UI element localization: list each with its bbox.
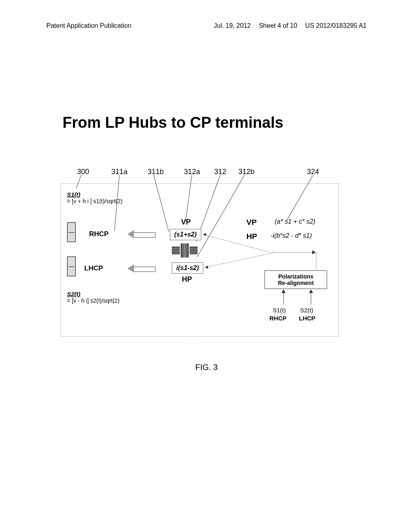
hp-label: HP [182, 275, 192, 284]
bottom-rhcp: RHCP [269, 315, 287, 322]
bottom-s2: S2(t) [300, 307, 313, 314]
ref-311b: 311b [148, 168, 164, 176]
arrow-tip-icon [203, 233, 206, 236]
s1-label: S1(t) [67, 191, 123, 198]
page-header: Patent Application Publication Jul. 19, … [0, 0, 413, 29]
vp-label: VP [181, 218, 191, 227]
realign-line1: Polarizations [267, 273, 324, 280]
terminal-icon-1 [67, 222, 76, 242]
dotted-line [273, 252, 313, 253]
sum-box-1: (s1+s2) [170, 229, 201, 240]
bottom-lhcp: LHCP [299, 315, 315, 322]
rhcp-label: RHCP [89, 230, 108, 238]
arrow-tip-icon [312, 250, 316, 254]
header-pubnum: US 2012/0183295 A1 [305, 22, 367, 29]
diagram-container: 300 311a 311b 312a 312 312b 324 S1(t) = … [60, 183, 339, 337]
lead-line [154, 175, 169, 231]
header-pub-type: Patent Application Publication [46, 22, 131, 29]
s2-label: S2(t) [67, 291, 119, 297]
s2-signal-block: S2(t) = [v - h i] s2(t)/sqrt(2) [67, 291, 119, 304]
bottom-s1: S1(t) [273, 307, 286, 314]
arrow-left-icon [127, 230, 156, 238]
s2-formula: = [v - h i] s2(t)/sqrt(2) [67, 297, 119, 304]
dashed-line [205, 253, 274, 268]
dashed-line [203, 234, 271, 253]
realignment-box: Polarizations Re-alignment [265, 270, 327, 289]
s1-signal-block: S1(t) = [v + h i ] s1(t)/sqrt(2) [67, 191, 123, 204]
arrow-up-icon [282, 289, 286, 293]
formula-vp: (a* s1 + c* s2) [275, 218, 315, 225]
arrow-tip-icon [205, 266, 208, 269]
hp-right-label: HP [246, 232, 257, 241]
ref-300: 300 [77, 168, 89, 176]
arrow-up-icon [309, 289, 313, 293]
arrow-left-icon [127, 264, 156, 272]
ref-312b: 312b [238, 168, 254, 176]
lead-line [185, 175, 192, 221]
lhcp-label: LHCP [84, 264, 103, 272]
realign-line2: Re-alignment [267, 280, 324, 286]
header-sheet: Sheet 4 of 10 [259, 22, 297, 29]
figure-number: FIG. 3 [0, 363, 413, 372]
satellite-wing-icon [190, 246, 198, 254]
dotted-line [316, 253, 317, 270]
figure-title: From LP Hubs to CP terminals [0, 114, 413, 131]
header-right: Jul. 19, 2012 Sheet 4 of 10 US 2012/0183… [214, 22, 367, 29]
terminal-icon-2 [67, 256, 76, 276]
header-date: Jul. 19, 2012 [214, 22, 251, 29]
satellite-wing-icon [172, 246, 180, 254]
vp-right-label: VP [246, 218, 257, 227]
lead-line [287, 175, 313, 220]
s1-formula: = [v + h i ] s1(t)/sqrt(2) [67, 198, 123, 204]
formula-hp: -i(b*s2 - d* s1) [271, 232, 312, 239]
lead-line [76, 175, 81, 188]
lead-line [197, 175, 244, 257]
satellite-icon [172, 241, 198, 260]
satellite-body-icon [181, 243, 189, 258]
sum-box-2: i(s1-s2) [172, 262, 203, 274]
